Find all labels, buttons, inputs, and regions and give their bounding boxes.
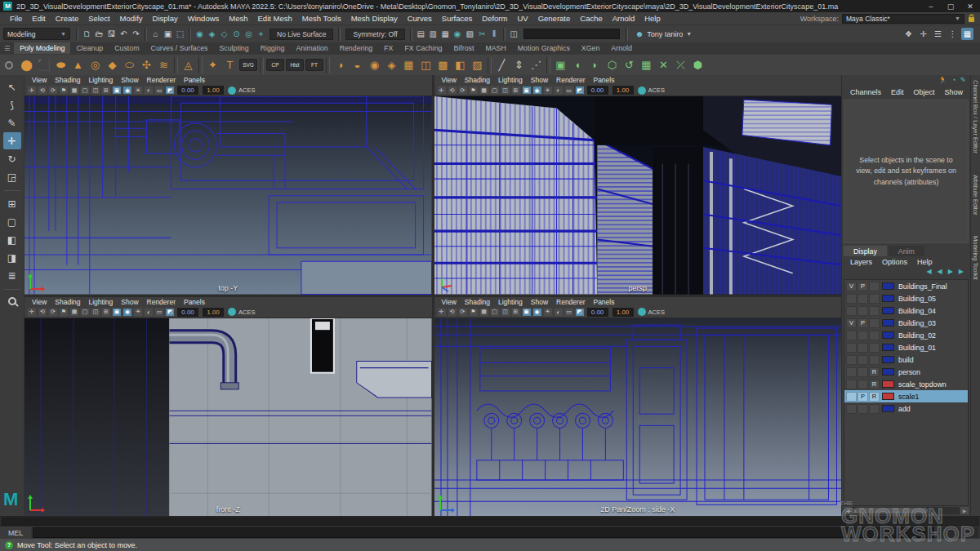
shelf-icon[interactable] [488,57,492,73]
layout-button[interactable]: ⊞ [3,195,21,212]
shelf-icon[interactable]: ▲ [69,56,87,73]
shelf-dial-icon[interactable] [5,61,13,69]
viewport-toolbar-icon[interactable]: ▦ [479,86,489,95]
shelf-tab[interactable]: FX Caching [399,42,448,54]
viewport-toolbar-icon[interactable]: ✛ [27,86,37,95]
viewport-menu-item[interactable]: Renderer [552,298,589,306]
shelf-icon[interactable]: ╱ [493,56,510,73]
layer-playback-toggle[interactable]: P [858,318,868,328]
viewport-toolbar-icon[interactable]: ⟳ [458,308,468,317]
viewport-toolbar-icon[interactable]: ⚑ [469,86,479,95]
menu-item[interactable]: Create [51,14,84,23]
status-icon[interactable]: 🖫 [105,28,118,40]
viewport-menu-item[interactable]: Renderer [143,298,180,306]
shelf-icon[interactable]: ▣ [552,56,569,73]
viewport-canvas-persp[interactable]: persp [434,96,842,295]
shelf-icon[interactable]: ⬭ [121,56,138,73]
layer-reference-toggle[interactable] [869,331,880,340]
layer-reference-toggle[interactable] [869,294,880,304]
viewport-toolbar-icon[interactable]: ◐ [554,86,564,95]
shelf-tab[interactable]: Motion Graphics [512,42,576,54]
layout-button[interactable]: ◨ [3,249,21,266]
viewport-menu-item[interactable]: Panels [180,76,209,84]
close-button[interactable]: ✕ [960,0,980,12]
sidebar-toggle-icon[interactable]: ❖ [902,28,915,40]
shelf-icon[interactable]: ◈ [383,56,400,73]
viewport-toolbar-icon[interactable]: ⚑ [59,86,69,95]
layer-row[interactable]: R scale_topdown [844,378,968,390]
sidebar-toggle-icon[interactable]: ⋮ [947,28,959,40]
status-icon[interactable] [189,28,191,41]
viewport-toolbar-icon[interactable]: ▢ [490,86,500,95]
shelf-tab[interactable]: MASH [479,42,511,54]
viewport-toolbar-icon[interactable]: ▢ [80,308,90,317]
toolbox-tool[interactable]: ✛ [3,132,21,149]
layer-visibility-toggle[interactable] [846,392,857,402]
colorspace-icon[interactable] [228,308,236,316]
menu-item[interactable]: File [5,14,27,23]
menu-item[interactable]: Select [83,14,114,23]
layer-color-swatch[interactable] [882,393,894,400]
render-icon[interactable]: ▦ [439,28,452,40]
viewport-toolbar-icon[interactable]: ◐ [144,308,154,317]
shelf-tab[interactable]: Curves / Surfaces [145,42,214,54]
channel-box-menu-item[interactable]: Show [940,88,969,96]
viewport-toolbar-icon[interactable]: ✛ [27,308,37,317]
render-icon[interactable]: ▧ [464,28,476,40]
layer-playback-toggle[interactable] [858,331,868,340]
viewport-menu-item[interactable]: Panels [589,298,618,306]
user-account-dropdown[interactable]: ☻ Tony Ianiro ▼ [635,29,693,38]
zoom-tool-icon[interactable] [8,297,16,305]
menu-item[interactable]: Edit Mesh [253,14,297,23]
command-language-toggle[interactable]: MEL [0,527,31,539]
gamma-field[interactable]: 1.00 [203,86,224,95]
viewport-toolbar-icon[interactable]: ⟲ [38,308,47,317]
layer-row[interactable]: build [844,353,968,366]
viewport-menu-item[interactable]: Panels [180,298,209,306]
render-icon[interactable]: ◫ [508,28,520,40]
viewport-menu-item[interactable]: Renderer [552,76,589,84]
viewport-menu-item[interactable]: Shading [461,76,494,84]
colorspace-icon[interactable] [638,87,646,95]
shelf-tab[interactable]: Rigging [255,42,291,54]
viewport-toolbar-icon[interactable]: ☀ [543,86,553,95]
viewport-menu-item[interactable]: Lighting [494,298,527,306]
layer-name[interactable]: Buildings_Final [897,282,947,291]
shelf-icon[interactable]: FT [305,59,323,71]
layer-color-swatch[interactable] [882,368,894,375]
menu-item[interactable]: Edit [27,14,50,23]
command-input[interactable] [33,527,934,538]
viewport-menu-item[interactable]: Show [527,298,552,306]
render-icon[interactable]: ▤ [415,28,427,40]
colorspace-icon[interactable] [638,308,646,316]
shelf-icon[interactable]: ⬬ [52,56,69,73]
live-surface-field[interactable]: No Live Surface [270,29,333,40]
layer-row[interactable]: add [844,402,968,415]
viewport-toolbar-icon[interactable]: ⟳ [48,308,58,317]
shelf-icon[interactable]: ⤫ [672,56,689,73]
toolbox-tool[interactable]: ✎ [3,114,21,131]
status-icon[interactable]: ▣ [162,28,174,40]
shelf-icon[interactable]: ⬡ [604,56,621,73]
status-icon[interactable]: ⌂ [149,28,162,40]
viewport-menu-item[interactable]: Renderer [143,76,180,84]
shelf-icon[interactable]: ◉ [366,56,383,73]
shelf-tab[interactable]: Cleanup [70,42,109,54]
status-icon[interactable]: ⊙ [230,28,243,40]
layer-reference-toggle[interactable] [869,355,880,365]
shelf-icon[interactable]: ◑ [332,56,349,73]
viewport-toolbar-icon[interactable]: ☀ [133,86,143,95]
viewport-toolbar-icon[interactable]: ◐ [554,308,564,317]
layer-list-scrollbar[interactable]: ◀ ▶ [844,507,969,514]
shelf-icon[interactable]: ⋰ [528,56,545,73]
shelf-icon[interactable] [326,57,330,73]
workspace-lock-icon[interactable] [968,14,975,23]
viewport-toolbar-icon[interactable]: ◉ [122,86,132,95]
shelf-icon[interactable]: ◗ [586,56,604,73]
status-icon[interactable]: ◉ [194,28,206,40]
exposure-field[interactable]: 0.00 [177,86,198,95]
viewport-toolbar-icon[interactable]: ✛ [437,308,447,317]
time-slider-track[interactable] [2,518,846,526]
shelf-tab[interactable]: Rendering [334,42,379,54]
layer-name[interactable]: Building_03 [897,319,936,327]
